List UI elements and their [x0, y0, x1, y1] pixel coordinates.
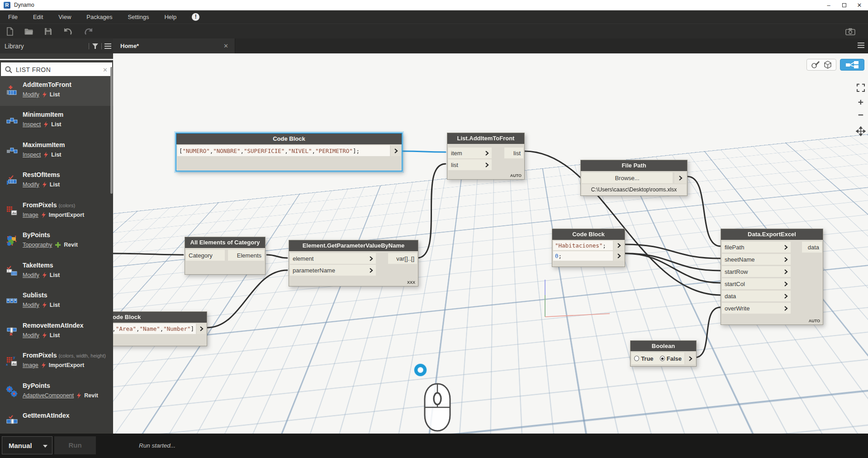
search-clear-icon[interactable]: ✕ [103, 67, 108, 73]
library-item-minimumitem[interactable]: MinimumItem InspectList [0, 106, 113, 136]
library-item-frompixels[interactable]: FromPixels (colors) ImageImportExport [0, 196, 113, 226]
browse-button[interactable]: Browse... [582, 172, 673, 183]
maximize-button[interactable] [836, 0, 852, 10]
code-block-text[interactable]: ["Number","Name","Area","Level","Perimet… [113, 324, 196, 334]
redo-icon[interactable] [84, 27, 94, 35]
library-item-sublists[interactable]: Sublists ModifyList [0, 286, 113, 316]
search-box[interactable]: ✕ [1, 62, 112, 77]
library-item-getitematindex[interactable]: GetItemAtIndex [0, 407, 113, 434]
item-category-link[interactable]: Modify [23, 302, 39, 308]
notification-icon[interactable]: ! [192, 13, 199, 21]
node-all-elements-of-category[interactable]: All Elements of Category Category Elemen… [185, 237, 266, 275]
search-input[interactable] [16, 66, 103, 73]
menu-settings[interactable]: Settings [128, 14, 149, 20]
zoom-fit-button[interactable] [854, 81, 868, 94]
library-item-additemtofront[interactable]: AddItemToFront ModifyList [0, 76, 113, 106]
run-mode-dropdown[interactable]: Manual [2, 436, 52, 454]
menu-packages[interactable]: Packages [86, 14, 112, 20]
node-header[interactable]: Code Block [176, 134, 402, 144]
output-port[interactable] [197, 324, 206, 334]
node-header[interactable]: List.AddItemToFront [447, 133, 524, 144]
run-button[interactable]: Run [54, 436, 96, 454]
workspace-menu-icon[interactable] [858, 43, 864, 49]
graph-view-toggle-active[interactable] [840, 59, 864, 71]
input-port-list[interactable]: list [448, 159, 492, 170]
output-port[interactable] [391, 145, 401, 156]
boolean-radio-false[interactable] [660, 356, 665, 361]
library-item-takeitems[interactable]: TakeItems ModifyList [0, 257, 113, 286]
input-port-data[interactable]: data [722, 291, 791, 301]
scrollbar-thumb[interactable] [110, 67, 113, 194]
minimize-button[interactable]: – [821, 0, 836, 10]
tab-close-icon[interactable]: ✕ [223, 43, 228, 49]
node-code-block-2[interactable]: Code Block "Habitaciones"; 0; [552, 229, 625, 267]
library-item-frompixels-wh[interactable]: yx FromPixels (colors, width, height) Im… [0, 347, 113, 377]
node-header[interactable]: Code Block [552, 229, 625, 240]
item-category-link[interactable]: Inspect [23, 121, 41, 128]
menu-help[interactable]: Help [164, 14, 176, 20]
close-button[interactable]: ✕ [852, 0, 867, 10]
node-boolean[interactable]: Boolean True False [630, 340, 697, 367]
node-header[interactable]: All Elements of Category [185, 237, 265, 248]
item-category-link[interactable]: Modify [23, 181, 39, 188]
open-file-icon[interactable] [24, 27, 33, 35]
input-port-startcol[interactable]: startCol [722, 278, 791, 289]
save-icon[interactable] [44, 28, 52, 35]
pan-button[interactable] [854, 125, 868, 138]
library-item-restofitems[interactable]: RestOfItems ModifyList [0, 166, 113, 196]
input-port-category[interactable]: Category [186, 250, 225, 261]
item-category-link[interactable]: Topography [23, 242, 52, 248]
zoom-in-button[interactable]: + [854, 96, 868, 109]
boolean-radio-true[interactable] [634, 356, 639, 361]
new-file-icon[interactable] [6, 27, 14, 36]
input-port-element[interactable]: element [290, 253, 376, 264]
output-port-elements[interactable]: Elements [228, 250, 264, 261]
code-block-text[interactable]: ["NUMERO","NONBRE","SUPERFICIE","NIVEL",… [177, 145, 390, 156]
library-item-bypoints-adaptive[interactable]: ByPoints AdaptiveComponentRevit [0, 377, 113, 407]
library-menu-icon[interactable] [104, 43, 111, 49]
node-header[interactable]: Data.ExportExcel [721, 229, 823, 240]
output-port-var[interactable]: var[]..[] [388, 253, 417, 264]
code-line[interactable]: 0; [553, 251, 613, 261]
menu-edit[interactable]: Edit [33, 14, 43, 20]
output-port-list[interactable]: list [504, 148, 523, 158]
geometry-view-button[interactable] [806, 59, 836, 71]
node-header[interactable]: File Path [581, 160, 687, 171]
menu-file[interactable]: File [8, 14, 18, 20]
zoom-out-button[interactable]: − [854, 109, 868, 121]
output-port-data[interactable]: data [802, 242, 822, 253]
node-header[interactable]: Code Block [113, 312, 207, 323]
output-port[interactable] [685, 353, 695, 364]
node-file-path[interactable]: File Path Browse... C:\Users\caasc\Deskt… [580, 160, 688, 196]
library-item-bypoints-topography[interactable]: ByPoints TopographyRevit [0, 226, 113, 256]
item-category-link[interactable]: Modify [23, 332, 39, 339]
output-port[interactable] [674, 172, 686, 183]
item-category-link[interactable]: AdaptiveComponent [23, 392, 74, 399]
node-get-parameter-value-by-name[interactable]: Element.GetParameterValueByName element … [289, 240, 418, 286]
input-port-parametername[interactable]: parameterName [290, 265, 376, 276]
node-data-exportexcel[interactable]: Data.ExportExcel filePath sheetName star… [721, 229, 823, 325]
output-port[interactable] [614, 251, 624, 261]
library-item-removeitematindex[interactable]: RemoveItemAtIndex ModifyList [0, 317, 113, 347]
item-category-link[interactable]: Modify [23, 91, 39, 98]
input-port-sheetname[interactable]: sheetName [722, 254, 791, 265]
node-list-additemtofront[interactable]: List.AddItemToFront item list list AUTO [447, 133, 525, 180]
output-port[interactable] [614, 241, 624, 250]
node-header[interactable]: Element.GetParameterValueByName [289, 240, 418, 251]
input-port-item[interactable]: item [448, 148, 492, 158]
graph-canvas[interactable]: Code Block ["NUMERO","NONBRE","SUPERFICI… [113, 53, 868, 434]
node-header[interactable]: Boolean [631, 341, 696, 351]
item-category-link[interactable]: Image [23, 362, 38, 368]
input-port-startrow[interactable]: startRow [722, 266, 791, 277]
tab-home[interactable]: Home* ✕ [113, 38, 235, 53]
input-port-filepath[interactable]: filePath [722, 242, 791, 253]
input-port-overwrite[interactable]: overWrite [722, 303, 791, 314]
item-category-link[interactable]: Inspect [23, 152, 41, 158]
filter-funnel-icon[interactable] [92, 43, 99, 49]
item-category-link[interactable]: Image [23, 212, 38, 218]
code-line[interactable]: "Habitaciones"; [553, 241, 613, 250]
menu-view[interactable]: View [58, 14, 71, 20]
camera-icon[interactable] [845, 28, 855, 35]
undo-icon[interactable] [63, 27, 73, 35]
node-code-block-1[interactable]: Code Block ["NUMERO","NONBRE","SUPERFICI… [175, 133, 403, 172]
